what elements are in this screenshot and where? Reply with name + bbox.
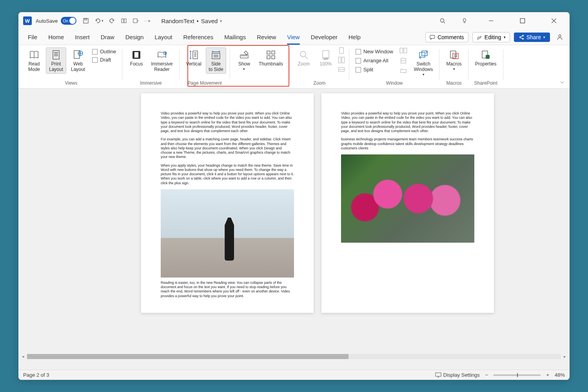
comments-button[interactable]: Comments — [425, 32, 468, 42]
display-settings-button[interactable]: Display Settings — [435, 372, 480, 378]
redo-button[interactable] — [109, 18, 115, 24]
sync-scroll-icon — [399, 58, 407, 64]
hundred-percent-button: 100100% — [316, 47, 336, 68]
page-percent-icon: 100 — [320, 49, 331, 60]
tab-file[interactable]: File — [22, 29, 43, 45]
tab-design[interactable]: Design — [120, 29, 149, 45]
zoom-button: Zoom — [294, 47, 314, 68]
svg-rect-12 — [53, 51, 59, 59]
group-label-sharepoint: SharePoint — [474, 79, 497, 88]
editing-mode-button[interactable]: Editing▾ — [472, 32, 510, 42]
scroll-right-icon[interactable]: ▸ — [563, 354, 567, 359]
outline-button[interactable]: Outline — [91, 48, 118, 55]
page-2: Video provides a powerful way to help yo… — [321, 93, 494, 313]
globe-page-icon — [73, 49, 83, 60]
tab-help[interactable]: Help — [343, 29, 366, 45]
print-layout-button[interactable]: Print Layout — [46, 47, 66, 74]
scroll-track[interactable] — [27, 354, 561, 359]
qat-icon-1[interactable] — [121, 18, 127, 24]
word-icon: W — [23, 16, 32, 25]
status-bar: Page 2 of 3 Display Settings − + 48% — [18, 370, 570, 380]
outline-icon — [92, 49, 98, 54]
titlebar: W AutoSave On ▾ ⋯▾ RandomText • Saved ▾ — [18, 12, 570, 29]
svg-rect-20 — [240, 55, 248, 58]
svg-rect-19 — [212, 53, 220, 59]
show-menu-button[interactable]: Show▾ — [234, 47, 254, 72]
switch-windows-button[interactable]: Switch Windows▾ — [411, 47, 436, 78]
vertical-button[interactable]: Vertical — [183, 47, 204, 68]
account-icon[interactable] — [556, 34, 563, 41]
draft-button[interactable]: Draft — [91, 56, 118, 63]
document-title[interactable]: RandomText • Saved ▾ — [161, 18, 222, 24]
group-window: New Window Arrange All Split Switch Wind… — [349, 47, 440, 88]
switch-windows-icon — [418, 49, 429, 60]
maximize-button[interactable] — [515, 14, 530, 28]
group-views: Read Mode Print Layout Web Layout Outlin… — [20, 47, 122, 88]
zoom-in-button[interactable]: + — [546, 372, 549, 378]
svg-rect-3 — [124, 19, 126, 23]
reader-icon — [156, 49, 167, 60]
zoom-out-button[interactable]: − — [485, 372, 488, 378]
new-window-button[interactable]: New Window — [354, 48, 395, 55]
split-button[interactable]: Split — [354, 66, 395, 73]
qat-icon-2[interactable] — [132, 18, 139, 24]
paragraph: For example, you can add a matching cove… — [161, 137, 294, 159]
tab-draw[interactable]: Draw — [95, 29, 120, 45]
side-to-side-button[interactable]: Side to Side — [206, 47, 226, 74]
zoom-slider[interactable] — [494, 374, 541, 376]
page-icon — [51, 49, 62, 60]
autosave[interactable]: AutoSave On — [36, 17, 76, 25]
autosave-toggle[interactable]: On — [61, 17, 76, 25]
arrange-icon — [356, 58, 361, 64]
tabs-right: Comments Editing▾ Share▾ — [425, 32, 566, 42]
focus-button[interactable]: Focus — [126, 47, 147, 68]
page-indicator[interactable]: Page 2 of 3 — [23, 372, 49, 378]
svg-point-9 — [519, 36, 521, 38]
scroll-thumb[interactable] — [27, 354, 348, 359]
svg-rect-43 — [436, 373, 441, 376]
web-layout-button[interactable]: Web Layout — [68, 47, 88, 74]
group-label-window: Window — [386, 79, 403, 88]
arrange-all-button[interactable]: Arrange All — [354, 57, 395, 64]
tab-references[interactable]: References — [178, 29, 219, 45]
tab-home[interactable]: Home — [43, 29, 69, 45]
tab-mailings[interactable]: Mailings — [219, 29, 251, 45]
scroll-left-icon[interactable]: ◂ — [21, 354, 25, 359]
lightbulb-icon[interactable] — [461, 18, 468, 24]
quick-access-toolbar: ▾ ⋯▾ — [83, 18, 150, 24]
page-width-icon — [338, 66, 345, 73]
tab-layout[interactable]: Layout — [149, 29, 178, 45]
save-icon[interactable] — [83, 18, 89, 24]
macros-button[interactable]: Macros▾ — [443, 47, 464, 72]
zoom-level[interactable]: 48% — [555, 372, 565, 378]
horizontal-scrollbar[interactable]: ◂ ▸ — [18, 353, 570, 359]
sharepoint-icon: S — [480, 49, 491, 60]
svg-rect-6 — [520, 18, 524, 23]
tab-insert[interactable]: Insert — [69, 29, 95, 45]
search-icon[interactable] — [439, 18, 446, 24]
qat-customize[interactable]: ⋯▾ — [144, 19, 150, 23]
svg-rect-32 — [400, 48, 403, 53]
ribbon-collapse-button[interactable] — [559, 80, 565, 85]
split-icon — [356, 67, 361, 73]
group-immersive: Focus Immersive Reader Immersive — [122, 47, 179, 88]
svg-point-5 — [441, 19, 444, 22]
tab-view[interactable]: View — [281, 29, 305, 45]
share-button[interactable]: Share▾ — [514, 33, 550, 42]
thumbnails-button[interactable]: Thumbnails — [256, 47, 286, 68]
immersive-reader-button[interactable]: Immersive Reader — [148, 47, 175, 74]
minimize-button[interactable] — [483, 14, 499, 28]
svg-point-25 — [300, 51, 306, 57]
undo-button[interactable]: ▾ — [94, 18, 103, 24]
paragraph: Video provides a powerful way to help yo… — [161, 111, 294, 133]
document-area[interactable]: Video provides a powerful way to help yo… — [18, 89, 570, 370]
read-mode-button[interactable]: Read Mode — [24, 47, 44, 74]
close-button[interactable] — [546, 14, 562, 28]
tab-developer[interactable]: Developer — [305, 29, 343, 45]
tab-review[interactable]: Review — [251, 29, 281, 45]
properties-button[interactable]: SProperties — [472, 47, 499, 68]
svg-rect-21 — [267, 51, 270, 54]
magnifier-icon — [298, 49, 309, 60]
draft-icon — [92, 57, 98, 63]
group-label-macros: Macros — [446, 79, 461, 88]
